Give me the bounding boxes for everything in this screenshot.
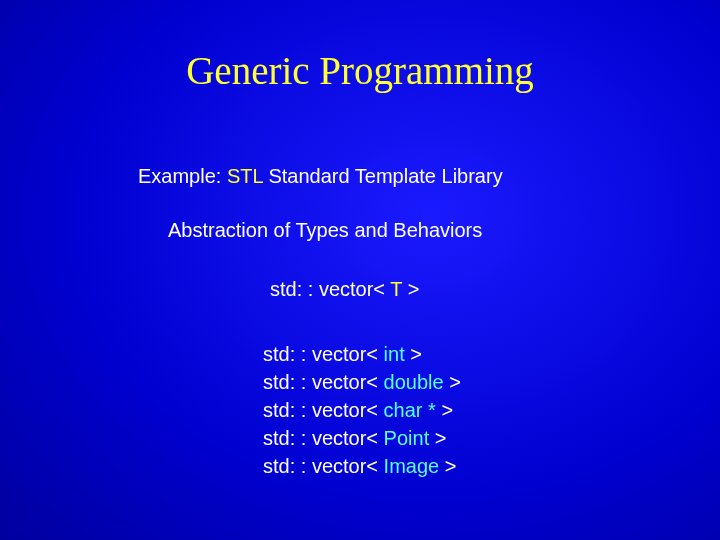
subtitle-line: Example: STL Standard Template Library xyxy=(138,165,503,188)
instance-prefix: std: : vector< xyxy=(263,343,384,365)
generic-suffix: > xyxy=(402,278,419,300)
instance-type: Image xyxy=(384,455,440,477)
subtitle-highlight: STL xyxy=(227,165,263,187)
instance-line: std: : vector< int > xyxy=(263,340,461,368)
instance-type: Point xyxy=(384,427,430,449)
instance-type: char * xyxy=(384,399,436,421)
instance-line: std: : vector< char * > xyxy=(263,396,461,424)
instance-suffix: > xyxy=(439,455,456,477)
instance-prefix: std: : vector< xyxy=(263,427,384,449)
abstraction-line: Abstraction of Types and Behaviors xyxy=(168,219,482,242)
generic-line: std: : vector< T > xyxy=(270,278,419,301)
generic-prefix: std: : vector< xyxy=(270,278,390,300)
generic-template-param: T xyxy=(390,278,402,300)
instance-suffix: > xyxy=(405,343,422,365)
instance-line: std: : vector< double > xyxy=(263,368,461,396)
instance-line: std: : vector< Image > xyxy=(263,452,461,480)
instance-suffix: > xyxy=(436,399,453,421)
slide: Generic Programming Example: STL Standar… xyxy=(0,0,720,540)
subtitle-prefix: Example: xyxy=(138,165,227,187)
slide-title: Generic Programming xyxy=(0,48,720,93)
instance-suffix: > xyxy=(444,371,461,393)
instance-type: double xyxy=(384,371,444,393)
instance-type: int xyxy=(384,343,405,365)
instance-prefix: std: : vector< xyxy=(263,399,384,421)
instances-block: std: : vector< int > std: : vector< doub… xyxy=(263,340,461,480)
subtitle-suffix: Standard Template Library xyxy=(263,165,503,187)
instance-suffix: > xyxy=(429,427,446,449)
instance-prefix: std: : vector< xyxy=(263,371,384,393)
instance-line: std: : vector< Point > xyxy=(263,424,461,452)
instance-prefix: std: : vector< xyxy=(263,455,384,477)
